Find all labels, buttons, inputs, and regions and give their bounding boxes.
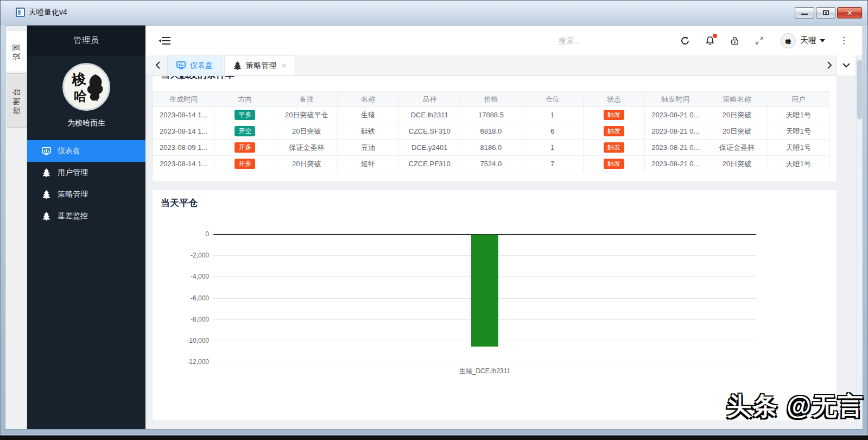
minimize-button[interactable] xyxy=(795,7,814,18)
scrollbar-thumb[interactable] xyxy=(857,60,862,120)
table-cell: 2023-08-21 0... xyxy=(645,123,706,140)
user-avatar[interactable]: 梭哈 xyxy=(781,33,796,48)
close-button[interactable]: ✕ xyxy=(837,7,862,18)
table-cell: 20日突破 xyxy=(276,123,337,140)
y-tick-label: 0 xyxy=(205,230,209,238)
sidebar-item-0[interactable]: 仪表盘 xyxy=(27,140,145,162)
direction-badge: 开多 xyxy=(235,159,255,169)
title-bar: 天噔量化v4 ✕ xyxy=(1,1,867,25)
user-menu[interactable]: 天噔 xyxy=(800,35,825,46)
direction-badge: 开空 xyxy=(235,126,255,137)
tree-icon xyxy=(42,168,50,177)
sidebar-item-2[interactable]: 策略管理 xyxy=(27,184,145,205)
sidebar-item-3[interactable]: 基差监控 xyxy=(27,205,145,227)
watermark: 头条 @无言 xyxy=(726,389,864,423)
tabs-scroll-left-icon[interactable] xyxy=(151,55,165,75)
notification-dot xyxy=(713,34,717,38)
table-cell: 开多 xyxy=(214,140,276,156)
orders-card: 当天触发的条件单 生成时间方向备注名称品种价格仓位状态触发时间策略名称用户 20… xyxy=(152,76,837,182)
gridline xyxy=(213,362,756,362)
table-cell: 7 xyxy=(522,156,583,172)
refresh-icon[interactable] xyxy=(680,36,690,46)
chart-plot-area xyxy=(213,234,756,362)
y-tick-label: -6,000 xyxy=(191,294,209,302)
tab-close-icon[interactable]: × xyxy=(282,61,286,70)
table-cell: 20日突破 xyxy=(706,123,768,140)
status-badge: 触发 xyxy=(604,159,624,169)
table-cell: 天噔1号 xyxy=(768,140,829,156)
bell-icon[interactable] xyxy=(705,35,715,46)
table-cell: 天噔1号 xyxy=(768,123,829,140)
tree-icon xyxy=(42,212,50,221)
table-row-2: 2023-08-09 1...开多保证金圣杯豆油DCE.y24018186.01… xyxy=(153,140,829,156)
bird-ink-icon xyxy=(85,73,105,103)
page-tab-0[interactable]: 仪表盘 xyxy=(167,55,222,75)
side-tab-1[interactable]: 控制台 xyxy=(7,73,27,128)
side-tab-label: 设置 xyxy=(12,42,22,60)
avatar: 梭 哈 xyxy=(62,63,110,111)
tabs-scroll-right-icon[interactable] xyxy=(822,61,837,69)
y-tick-label: -10,000 xyxy=(187,337,209,344)
y-tick-label: -2,000 xyxy=(191,252,209,259)
more-options-icon[interactable]: ⋮ xyxy=(839,36,848,45)
direction-badge: 平多 xyxy=(235,110,255,121)
table-cell: 8186.0 xyxy=(460,140,522,156)
chart-bar xyxy=(471,235,498,347)
vertical-scrollbar[interactable] xyxy=(856,55,863,429)
sidebar-fold-icon[interactable] xyxy=(160,36,170,45)
page-tab-bar: 仪表盘 策略管理× xyxy=(145,55,863,76)
table-cell: 20日突破 xyxy=(706,107,768,123)
table-cell: 天噔1号 xyxy=(768,107,829,123)
search-input[interactable] xyxy=(559,36,640,45)
orders-column-header: 价格 xyxy=(460,92,522,107)
table-cell: 20日突破 xyxy=(706,156,768,172)
tabs-dropdown-icon[interactable] xyxy=(837,55,855,76)
table-cell: 触发 xyxy=(583,123,644,140)
status-badge: 触发 xyxy=(604,142,624,153)
bar-chart: 0-2,000-4,000-6,000-8,000-10,000-12,000 xyxy=(153,234,837,362)
table-cell: 2023-08-14 1... xyxy=(153,123,214,140)
table-cell: 20日突破平仓 xyxy=(276,107,337,123)
direction-badge: 开多 xyxy=(235,142,255,153)
table-cell: 保证金圣杯 xyxy=(276,140,337,156)
table-cell: 生猪 xyxy=(337,107,398,123)
table-cell: DCE.y2401 xyxy=(399,140,460,156)
page-tab-1[interactable]: 策略管理× xyxy=(224,55,295,75)
sidebar-slogan: 为梭哈而生 xyxy=(27,118,145,128)
page-tab-label: 策略管理 xyxy=(246,61,276,71)
sidebar-item-label: 基差监控 xyxy=(58,211,88,221)
maximize-button[interactable] xyxy=(816,7,835,18)
status-badge: 触发 xyxy=(604,110,624,121)
top-navbar: 梭哈 天噔 ⋮ xyxy=(145,26,863,55)
sidebar-menu: 仪表盘 用户管理 策略管理 基差监控 xyxy=(27,140,145,227)
table-cell: 触发 xyxy=(583,140,644,156)
app-window: 天噔量化v4 ✕ 设置控制台 管理员 梭 哈 为梭哈而生 仪表盘 用户管理 xyxy=(0,0,868,436)
orders-table-header: 生成时间方向备注名称品种价格仓位状态触发时间策略名称用户 xyxy=(153,92,829,107)
close-icon: ✕ xyxy=(846,9,853,17)
chart-section-title: 当天平仓 xyxy=(153,197,837,209)
status-badge: 触发 xyxy=(604,126,624,137)
orders-column-header: 仓位 xyxy=(522,92,583,107)
fullscreen-icon[interactable] xyxy=(755,36,764,46)
page-content: 当天触发的条件单 生成时间方向备注名称品种价格仓位状态触发时间策略名称用户 20… xyxy=(145,76,863,429)
table-cell: 6818.0 xyxy=(460,123,522,140)
table-cell: 1 xyxy=(522,107,583,123)
orders-table: 生成时间方向备注名称品种价格仓位状态触发时间策略名称用户 2023-08-14 … xyxy=(153,91,829,172)
lock-icon[interactable] xyxy=(730,36,739,46)
side-tab-label: 控制台 xyxy=(12,87,22,115)
table-cell: DCE.lh2311 xyxy=(399,107,460,123)
table-cell: 6 xyxy=(522,123,583,140)
minimize-icon xyxy=(801,14,808,15)
table-row-0: 2023-08-14 1...平多20日突破平仓生猪DCE.lh23111708… xyxy=(153,107,829,123)
chevron-down-icon xyxy=(820,39,825,42)
y-tick-label: -12,000 xyxy=(187,358,209,366)
sidebar-item-1[interactable]: 用户管理 xyxy=(27,162,145,184)
table-cell: CZCE.PF310 xyxy=(399,156,460,172)
orders-column-header: 生成时间 xyxy=(153,92,214,107)
table-cell: 开空 xyxy=(214,123,276,140)
table-cell: 天噔1号 xyxy=(768,156,829,172)
side-tab-0[interactable]: 设置 xyxy=(7,30,27,72)
tree-icon xyxy=(42,190,50,199)
orders-column-header: 品种 xyxy=(399,92,460,107)
table-cell: 豆油 xyxy=(337,140,398,156)
